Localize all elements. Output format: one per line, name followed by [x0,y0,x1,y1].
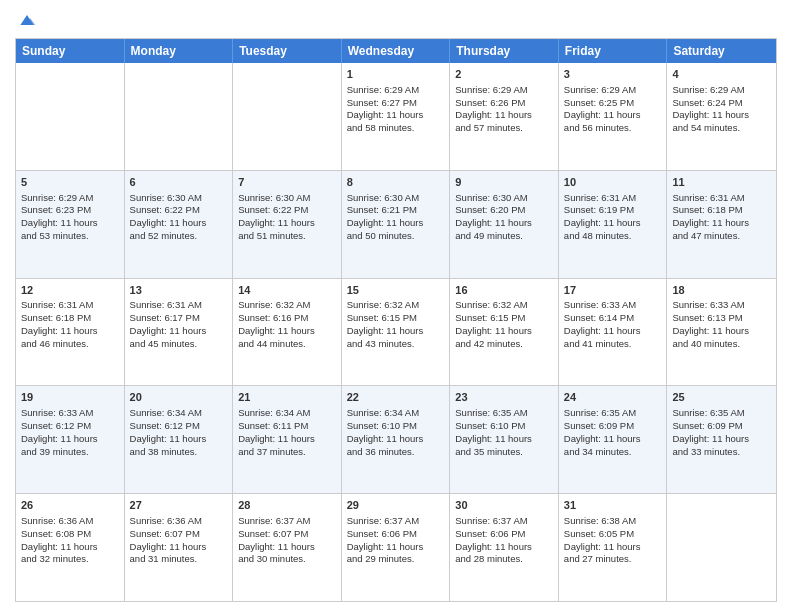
calendar-cell [667,494,776,601]
calendar-cell: 17Sunrise: 6:33 AMSunset: 6:14 PMDayligh… [559,279,668,386]
day-info: Daylight: 11 hours [238,433,336,446]
calendar-cell: 18Sunrise: 6:33 AMSunset: 6:13 PMDayligh… [667,279,776,386]
day-info: Sunrise: 6:29 AM [455,84,553,97]
day-info: and 57 minutes. [455,122,553,135]
day-info: Sunrise: 6:36 AM [130,515,228,528]
calendar-cell: 29Sunrise: 6:37 AMSunset: 6:06 PMDayligh… [342,494,451,601]
day-info: Daylight: 11 hours [21,541,119,554]
day-info: Sunset: 6:16 PM [238,312,336,325]
header [15,10,777,30]
day-info: Sunset: 6:19 PM [564,204,662,217]
day-info: Sunrise: 6:37 AM [455,515,553,528]
day-info: and 37 minutes. [238,446,336,459]
calendar-cell: 19Sunrise: 6:33 AMSunset: 6:12 PMDayligh… [16,386,125,493]
day-info: and 48 minutes. [564,230,662,243]
day-info: and 29 minutes. [347,553,445,566]
day-info: Sunrise: 6:29 AM [672,84,771,97]
calendar-cell: 22Sunrise: 6:34 AMSunset: 6:10 PMDayligh… [342,386,451,493]
calendar-cell: 26Sunrise: 6:36 AMSunset: 6:08 PMDayligh… [16,494,125,601]
day-info: Sunset: 6:20 PM [455,204,553,217]
calendar-cell: 25Sunrise: 6:35 AMSunset: 6:09 PMDayligh… [667,386,776,493]
day-number: 26 [21,498,119,513]
calendar-cell: 9Sunrise: 6:30 AMSunset: 6:20 PMDaylight… [450,171,559,278]
day-info: and 44 minutes. [238,338,336,351]
day-number: 13 [130,283,228,298]
calendar-cell: 21Sunrise: 6:34 AMSunset: 6:11 PMDayligh… [233,386,342,493]
day-info: Daylight: 11 hours [564,325,662,338]
day-info: Sunrise: 6:32 AM [455,299,553,312]
day-info: and 41 minutes. [564,338,662,351]
day-info: and 31 minutes. [130,553,228,566]
day-info: and 33 minutes. [672,446,771,459]
day-info: Sunset: 6:25 PM [564,97,662,110]
day-info: and 51 minutes. [238,230,336,243]
day-info: Sunrise: 6:30 AM [455,192,553,205]
day-number: 11 [672,175,771,190]
day-info: Daylight: 11 hours [455,109,553,122]
calendar-row: 12Sunrise: 6:31 AMSunset: 6:18 PMDayligh… [16,278,776,386]
day-info: Sunset: 6:09 PM [564,420,662,433]
calendar-cell: 1Sunrise: 6:29 AMSunset: 6:27 PMDaylight… [342,63,451,170]
day-number: 28 [238,498,336,513]
day-info: Sunrise: 6:33 AM [564,299,662,312]
calendar-cell: 24Sunrise: 6:35 AMSunset: 6:09 PMDayligh… [559,386,668,493]
day-info: Sunset: 6:15 PM [455,312,553,325]
day-number: 1 [347,67,445,82]
day-info: Sunrise: 6:37 AM [347,515,445,528]
day-info: Sunset: 6:22 PM [130,204,228,217]
day-info: Sunset: 6:22 PM [238,204,336,217]
day-info: Sunrise: 6:30 AM [238,192,336,205]
weekday-header: Tuesday [233,39,342,63]
day-info: Sunrise: 6:37 AM [238,515,336,528]
weekday-header: Sunday [16,39,125,63]
day-info: and 35 minutes. [455,446,553,459]
day-info: and 40 minutes. [672,338,771,351]
day-info: Daylight: 11 hours [238,541,336,554]
day-info: Daylight: 11 hours [672,109,771,122]
day-info: and 52 minutes. [130,230,228,243]
day-number: 9 [455,175,553,190]
day-info: Sunset: 6:14 PM [564,312,662,325]
weekday-header: Thursday [450,39,559,63]
logo [15,10,37,30]
day-number: 3 [564,67,662,82]
day-info: and 34 minutes. [564,446,662,459]
day-info: Daylight: 11 hours [21,217,119,230]
day-info: Sunset: 6:10 PM [347,420,445,433]
day-info: Sunrise: 6:31 AM [21,299,119,312]
day-number: 15 [347,283,445,298]
day-info: and 43 minutes. [347,338,445,351]
day-info: Daylight: 11 hours [347,109,445,122]
day-info: Sunset: 6:08 PM [21,528,119,541]
day-info: Sunset: 6:13 PM [672,312,771,325]
day-number: 5 [21,175,119,190]
day-info: and 32 minutes. [21,553,119,566]
day-info: Sunset: 6:15 PM [347,312,445,325]
day-info: Daylight: 11 hours [672,325,771,338]
day-info: Daylight: 11 hours [564,217,662,230]
calendar-cell: 8Sunrise: 6:30 AMSunset: 6:21 PMDaylight… [342,171,451,278]
day-number: 23 [455,390,553,405]
day-info: Sunrise: 6:31 AM [130,299,228,312]
day-info: and 58 minutes. [347,122,445,135]
day-info: Daylight: 11 hours [238,217,336,230]
day-info: Sunrise: 6:34 AM [130,407,228,420]
day-info: and 27 minutes. [564,553,662,566]
calendar-row: 5Sunrise: 6:29 AMSunset: 6:23 PMDaylight… [16,170,776,278]
day-info: and 45 minutes. [130,338,228,351]
day-info: Sunrise: 6:34 AM [347,407,445,420]
day-number: 14 [238,283,336,298]
day-info: Daylight: 11 hours [238,325,336,338]
day-info: Sunrise: 6:33 AM [672,299,771,312]
day-info: Sunset: 6:17 PM [130,312,228,325]
day-info: Sunrise: 6:29 AM [21,192,119,205]
calendar-cell: 20Sunrise: 6:34 AMSunset: 6:12 PMDayligh… [125,386,234,493]
day-info: Sunset: 6:06 PM [455,528,553,541]
day-info: Sunset: 6:07 PM [238,528,336,541]
day-info: Sunrise: 6:31 AM [564,192,662,205]
day-info: Sunset: 6:06 PM [347,528,445,541]
day-info: Daylight: 11 hours [347,325,445,338]
day-info: Sunset: 6:10 PM [455,420,553,433]
calendar-header: SundayMondayTuesdayWednesdayThursdayFrid… [16,39,776,63]
day-info: Sunset: 6:12 PM [130,420,228,433]
